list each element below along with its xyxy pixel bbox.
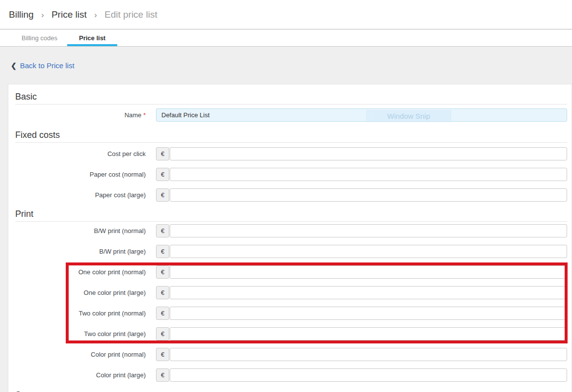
- highlighted-rows-group: One color print (normal) € One color pri…: [15, 265, 567, 348]
- section-header-print: Print: [15, 209, 567, 222]
- field-label: Paper cost (large): [15, 191, 156, 199]
- field-label: One color print (normal): [15, 268, 156, 276]
- field-label: Paper cost (normal): [15, 171, 156, 178]
- color-print-large-input[interactable]: [170, 368, 567, 382]
- form-row-one-color-print-normal: One color print (normal) €: [15, 265, 567, 279]
- section-header-fixed-costs: Fixed costs: [15, 130, 567, 143]
- currency-prefix: €: [156, 188, 169, 202]
- chevron-left-icon: ❮: [11, 62, 17, 70]
- currency-prefix: €: [156, 348, 169, 361]
- tab-billing-codes[interactable]: Billing codes: [12, 29, 67, 46]
- page-header: Billing › Price list › Edit price list: [0, 0, 572, 29]
- name-input-wrap: Window Snip: [156, 108, 567, 122]
- currency-prefix: €: [156, 368, 169, 382]
- field-label: Name *: [15, 111, 156, 119]
- field-label: B/W print (normal): [15, 227, 156, 235]
- bw-print-large-input[interactable]: [170, 245, 567, 258]
- bw-print-normal-input[interactable]: [170, 224, 567, 237]
- currency-prefix: €: [156, 168, 169, 181]
- field-label: Cost per click: [15, 150, 156, 157]
- print-rows: B/W print (normal) € B/W print (large) €…: [15, 224, 567, 382]
- back-to-price-list-link[interactable]: ❮ Back to Price list: [11, 61, 75, 70]
- currency-prefix: €: [156, 224, 169, 237]
- fixed-costs-rows: Cost per click € Paper cost (normal) € P…: [15, 147, 567, 202]
- form-row-color-print-large: Color print (large) €: [15, 368, 567, 382]
- two-color-print-normal-input[interactable]: [170, 307, 567, 320]
- tab-label: Billing codes: [22, 34, 57, 42]
- one-color-print-normal-input[interactable]: [170, 265, 567, 279]
- breadcrumb-item-price-list[interactable]: Price list: [52, 9, 87, 20]
- field-label: Color print (normal): [15, 351, 156, 358]
- tab-bar: Billing codes Price list: [0, 29, 572, 47]
- color-print-normal-input[interactable]: [170, 348, 567, 361]
- cost-per-click-input[interactable]: [170, 147, 567, 160]
- section-header-basic: Basic: [15, 92, 567, 105]
- two-color-print-large-input[interactable]: [170, 327, 567, 340]
- field-label: Color print (large): [15, 371, 156, 379]
- field-label: B/W print (large): [15, 248, 156, 255]
- form-row-two-color-print-normal: Two color print (normal) €: [15, 307, 567, 320]
- field-label: Two color print (large): [15, 330, 156, 338]
- form-row-paper-cost-large: Paper cost (large) €: [15, 188, 567, 202]
- paper-cost-large-input[interactable]: [170, 188, 567, 202]
- breadcrumb-separator-icon: ›: [94, 10, 97, 20]
- form-row-paper-cost-normal: Paper cost (normal) €: [15, 168, 567, 181]
- edit-price-list-form: Basic Name * Window Snip Fixed costs Cos…: [8, 84, 572, 392]
- currency-prefix: €: [156, 245, 169, 258]
- breadcrumb: Billing › Price list › Edit price list: [9, 9, 157, 20]
- breadcrumb-item-edit-price-list: Edit price list: [104, 9, 157, 20]
- form-row-bw-print-large: B/W print (large) €: [15, 245, 567, 258]
- currency-prefix: €: [156, 265, 169, 279]
- name-label: Name: [125, 111, 142, 119]
- breadcrumb-separator-icon: ›: [41, 10, 44, 20]
- form-row-name: Name * Window Snip: [15, 108, 567, 122]
- currency-prefix: €: [156, 286, 169, 299]
- form-row-one-color-print-large: One color print (large) €: [15, 286, 567, 299]
- back-link-label: Back to Price list: [20, 61, 75, 70]
- name-input[interactable]: [156, 108, 567, 122]
- breadcrumb-item-billing[interactable]: Billing: [9, 9, 34, 20]
- one-color-print-large-input[interactable]: [170, 286, 567, 299]
- tab-price-list[interactable]: Price list: [67, 29, 117, 46]
- active-tab-underline: [67, 44, 117, 46]
- form-row-cost-per-click: Cost per click €: [15, 147, 567, 160]
- required-asterisk: *: [143, 111, 146, 119]
- currency-prefix: €: [156, 147, 169, 160]
- tab-label: Price list: [79, 34, 105, 42]
- paper-cost-normal-input[interactable]: [170, 168, 567, 181]
- page-body: ❮ Back to Price list Basic Name * Window…: [0, 47, 572, 392]
- form-row-color-print-normal: Color print (normal) €: [15, 348, 567, 361]
- currency-prefix: €: [156, 327, 169, 340]
- form-row-bw-print-normal: B/W print (normal) €: [15, 224, 567, 237]
- field-label: One color print (large): [15, 289, 156, 296]
- field-label: Two color print (normal): [15, 310, 156, 317]
- form-row-two-color-print-large: Two color print (large) €: [15, 327, 567, 340]
- currency-prefix: €: [156, 307, 169, 320]
- section-header-next: Scan: [15, 390, 567, 392]
